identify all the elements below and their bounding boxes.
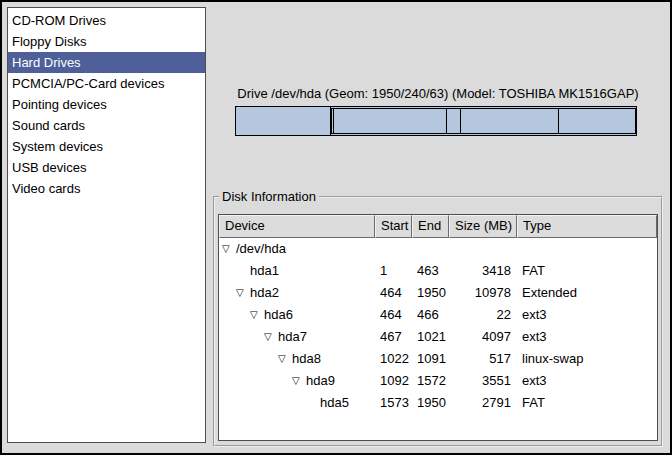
- type-cell: ext3: [517, 326, 657, 348]
- type-cell: ext3: [517, 304, 657, 326]
- column-header-device[interactable]: Device: [219, 215, 375, 238]
- table-row-hda5[interactable]: hda5157319502791FAT: [219, 392, 657, 414]
- sidebar-item-pointing-devices[interactable]: Pointing devices: [8, 94, 205, 115]
- end-cell: [412, 238, 449, 260]
- sidebar-item-hard-drives[interactable]: Hard Drives: [8, 52, 205, 73]
- sidebar-item-cd-rom-drives[interactable]: CD-ROM Drives: [8, 10, 205, 31]
- size-cell: 10978: [449, 282, 517, 304]
- type-cell: FAT: [517, 392, 657, 414]
- start-cell: 1022: [375, 348, 412, 370]
- column-header-type[interactable]: Type: [517, 215, 657, 238]
- device-cell: ▽hda7: [219, 326, 375, 348]
- device-cell: ▽hda2: [219, 282, 375, 304]
- hardware-browser-window: CD-ROM DrivesFloppy DisksHard DrivesPCMC…: [0, 0, 672, 455]
- end-cell: 466: [412, 304, 449, 326]
- partition-divider: [333, 109, 334, 133]
- column-header-end[interactable]: End: [412, 215, 449, 238]
- drive-info-label: Drive /dev/hda (Geom: 1950/240/63) (Mode…: [213, 86, 663, 102]
- partition-bar: [235, 106, 637, 136]
- table-row-hda1[interactable]: hda114633418FAT: [219, 260, 657, 282]
- device-name: /dev/hda: [236, 238, 286, 260]
- partition-segment-hda2-extended: [331, 108, 636, 134]
- start-cell: 464: [375, 282, 412, 304]
- expander-triangle-icon[interactable]: ▽: [264, 326, 278, 348]
- disk-table-header: DeviceStartEndSize (MB)Type: [219, 215, 657, 238]
- sidebar-item-sound-cards[interactable]: Sound cards: [8, 115, 205, 136]
- start-cell: 464: [375, 304, 412, 326]
- device-name: hda5: [320, 392, 349, 414]
- start-cell: 1573: [375, 392, 412, 414]
- device-cell: ▽/dev/hda: [219, 238, 375, 260]
- sidebar-item-usb-devices[interactable]: USB devices: [8, 157, 205, 178]
- device-category-list[interactable]: CD-ROM DrivesFloppy DisksHard DrivesPCMC…: [7, 7, 206, 443]
- partition-divider: [558, 109, 559, 133]
- device-name: hda9: [306, 370, 335, 392]
- sidebar-item-video-cards[interactable]: Video cards: [8, 178, 205, 199]
- expander-triangle-icon[interactable]: ▽: [222, 238, 236, 260]
- table-row-hda2[interactable]: ▽hda2464195010978Extended: [219, 282, 657, 304]
- device-cell: hda1: [219, 260, 375, 282]
- start-cell: 467: [375, 326, 412, 348]
- disk-information-table: DeviceStartEndSize (MB)Type ▽/dev/hdahda…: [218, 214, 658, 441]
- start-cell: 1: [375, 260, 412, 282]
- disk-information-frame-label: Disk Information: [219, 189, 319, 205]
- column-header-start[interactable]: Start: [375, 215, 412, 238]
- type-cell: Extended: [517, 282, 657, 304]
- end-cell: 1572: [412, 370, 449, 392]
- expander-triangle-icon[interactable]: ▽: [278, 348, 292, 370]
- size-cell: 3418: [449, 260, 517, 282]
- type-cell: ext3: [517, 370, 657, 392]
- size-cell: [449, 238, 517, 260]
- device-cell: ▽hda9: [219, 370, 375, 392]
- sidebar-item-pcmcia-pc-card-devices[interactable]: PCMCIA/PC-Card devices: [8, 73, 205, 94]
- sidebar-item-system-devices[interactable]: System devices: [8, 136, 205, 157]
- size-cell: 3551: [449, 370, 517, 392]
- device-cell: ▽hda8: [219, 348, 375, 370]
- size-cell: 2791: [449, 392, 517, 414]
- device-cell: ▽hda6: [219, 304, 375, 326]
- sidebar-item-floppy-disks[interactable]: Floppy Disks: [8, 31, 205, 52]
- size-cell: 22: [449, 304, 517, 326]
- device-name: hda8: [292, 348, 321, 370]
- start-cell: 1092: [375, 370, 412, 392]
- size-cell: 517: [449, 348, 517, 370]
- partition-divider: [446, 109, 447, 133]
- type-cell: [517, 238, 657, 260]
- partition-divider: [460, 109, 461, 133]
- type-cell: FAT: [517, 260, 657, 282]
- device-name: hda7: [278, 326, 307, 348]
- table-row-hda8[interactable]: ▽hda810221091517linux-swap: [219, 348, 657, 370]
- table-row--dev-hda[interactable]: ▽/dev/hda: [219, 238, 657, 260]
- expander-triangle-icon[interactable]: ▽: [292, 370, 306, 392]
- end-cell: 1950: [412, 392, 449, 414]
- end-cell: 1021: [412, 326, 449, 348]
- disk-table-body: ▽/dev/hdahda114633418FAT▽hda246419501097…: [219, 238, 657, 414]
- expander-triangle-icon[interactable]: ▽: [250, 304, 264, 326]
- table-row-hda9[interactable]: ▽hda9109215723551ext3: [219, 370, 657, 392]
- expander-triangle-icon[interactable]: ▽: [236, 282, 250, 304]
- partition-segment-hda1: [236, 107, 331, 135]
- table-row-hda7[interactable]: ▽hda746710214097ext3: [219, 326, 657, 348]
- column-header-size-mb-[interactable]: Size (MB): [449, 215, 517, 238]
- type-cell: linux-swap: [517, 348, 657, 370]
- device-name: hda1: [250, 260, 279, 282]
- end-cell: 1091: [412, 348, 449, 370]
- end-cell: 1950: [412, 282, 449, 304]
- start-cell: [375, 238, 412, 260]
- table-row-hda6[interactable]: ▽hda646446622ext3: [219, 304, 657, 326]
- device-name: hda6: [264, 304, 293, 326]
- device-cell: hda5: [219, 392, 375, 414]
- end-cell: 463: [412, 260, 449, 282]
- device-name: hda2: [250, 282, 279, 304]
- size-cell: 4097: [449, 326, 517, 348]
